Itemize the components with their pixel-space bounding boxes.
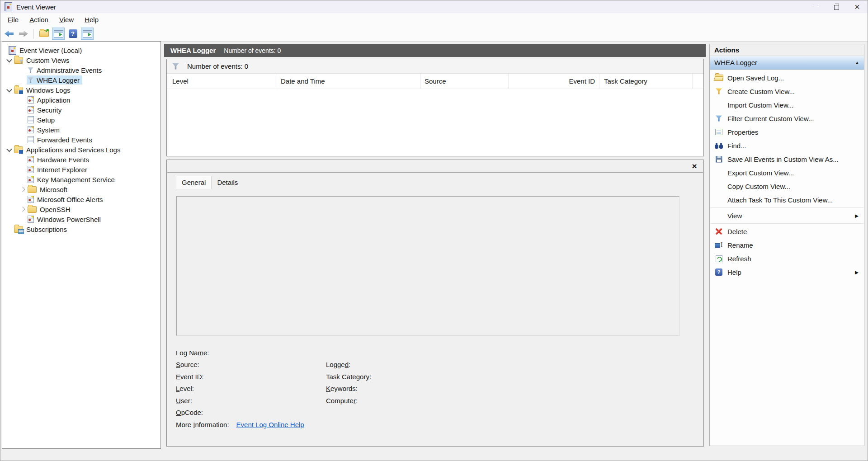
actions-separator (710, 207, 863, 208)
field-label-log-name: Log Name: (176, 349, 326, 357)
tree-item-forwarded-events[interactable]: Forwarded Events (2, 135, 160, 145)
actions-group-header[interactable]: WHEA Logger (710, 56, 864, 70)
column-header-filler (693, 74, 703, 89)
floppy-disk-icon (714, 155, 724, 164)
event-table-header: Level Date and Time Source Event ID Task… (167, 74, 703, 89)
menu-action[interactable]: Action (24, 14, 54, 25)
menu-help[interactable]: Help (79, 14, 104, 25)
tree-item-windows-powershell[interactable]: Windows PowerShell (2, 214, 160, 224)
log-icon (28, 196, 34, 203)
rename-icon (714, 240, 724, 249)
expander-open-icon[interactable] (5, 86, 13, 94)
tree-item-windows-logs[interactable]: Windows Logs (2, 85, 160, 95)
field-label-keywords: Keywords: (326, 385, 358, 392)
expander-closed-icon[interactable] (19, 205, 27, 213)
tree-item-custom-views[interactable]: Custom Views (2, 55, 160, 65)
field-label-computer: Computer: (326, 397, 358, 405)
action-pane-toggle-button[interactable] (81, 28, 94, 40)
log-icon (28, 216, 34, 223)
tree-item-subscriptions[interactable]: Subscriptions (2, 224, 160, 234)
minimize-icon (813, 7, 818, 7)
tree-item-whea-logger[interactable]: WHEA Logger (2, 75, 160, 85)
column-header-date-and-time[interactable]: Date and Time (277, 74, 421, 89)
action-filter-current-custom-view[interactable]: Filter Current Custom View... (710, 112, 864, 125)
help-toolbar-button[interactable] (66, 28, 79, 40)
field-label-task-category: Task Category: (326, 373, 371, 381)
action-copy-custom-view[interactable]: Copy Custom View... (710, 179, 864, 193)
actions-pane: Actions WHEA Logger Open Saved Log... Cr… (709, 44, 864, 446)
console-tree-toggle-button[interactable] (52, 28, 65, 40)
tree-item-microsoft[interactable]: Microsoft (2, 184, 160, 194)
close-button[interactable] (847, 0, 868, 13)
field-label-user: User: (176, 397, 326, 405)
filter-summary-row[interactable]: Number of events: 0 (167, 59, 703, 74)
log-icon (28, 156, 34, 163)
menu-view[interactable]: View (54, 14, 79, 25)
expander-open-icon[interactable] (5, 56, 13, 64)
action-import-custom-view[interactable]: Import Custom View... (710, 98, 864, 112)
tree-item-event-viewer-local[interactable]: Event Viewer (Local) (2, 45, 160, 55)
log-icon (28, 96, 34, 103)
tree-item-key-management-service[interactable]: Key Management Service (2, 174, 160, 184)
tab-general[interactable]: General (176, 176, 212, 189)
close-preview-icon[interactable] (689, 161, 699, 171)
console-window-icon (54, 30, 63, 38)
tree-item-administrative-events[interactable]: Administrative Events (2, 65, 160, 75)
tree-item-internet-explorer[interactable]: Internet Explorer (2, 165, 160, 174)
funnel-yellow-icon (714, 87, 724, 96)
tree-item-application[interactable]: Application (2, 95, 160, 105)
minimize-button[interactable] (805, 0, 826, 13)
event-description-box (176, 196, 679, 336)
tree-item-applications-and-services-logs[interactable]: Applications and Services Logs (2, 145, 160, 155)
restore-icon (834, 5, 839, 10)
refresh-icon (714, 254, 724, 263)
tab-details[interactable]: Details (212, 176, 243, 189)
action-attach-task-to-custom-view[interactable]: Attach Task To This Custom View... (710, 193, 864, 207)
expander-closed-icon[interactable] (19, 185, 27, 193)
services-logs-folder-icon (14, 146, 23, 153)
tree-item-hardware-events[interactable]: Hardware Events (2, 155, 160, 165)
collapse-group-icon[interactable] (855, 60, 859, 65)
log-icon (28, 176, 34, 183)
delete-x-icon (714, 227, 724, 236)
action-open-saved-log[interactable]: Open Saved Log... (710, 71, 864, 85)
tree-item-security[interactable]: Security (2, 105, 160, 115)
action-find[interactable]: Find... (710, 139, 864, 152)
action-save-all-events[interactable]: Save All Events in Custom View As... (710, 152, 864, 166)
column-header-event-id[interactable]: Event ID (509, 74, 599, 89)
column-header-task-category[interactable]: Task Category (599, 74, 693, 89)
action-rename[interactable]: Rename (710, 238, 864, 252)
tree-item-openssh[interactable]: OpenSSH (2, 204, 160, 214)
restore-button[interactable] (826, 0, 847, 13)
menu-file[interactable]: File (2, 14, 24, 25)
event-log-online-help-link[interactable]: Event Log Online Help (236, 421, 304, 428)
tree-item-setup[interactable]: Setup (2, 115, 160, 125)
log-icon (28, 126, 34, 133)
funnel-blue-icon (714, 114, 724, 123)
folder-icon (28, 206, 37, 213)
column-header-level[interactable]: Level (167, 74, 277, 89)
details-tabs: General Details (176, 176, 703, 189)
action-properties[interactable]: Properties (710, 125, 864, 139)
submenu-arrow-icon (855, 270, 859, 275)
action-help[interactable]: Help (710, 265, 864, 279)
action-view[interactable]: View (710, 209, 864, 222)
actions-pane-title: Actions (710, 44, 864, 56)
field-label-source: Source: (176, 361, 326, 368)
event-list: Number of events: 0 Level Date and Time … (166, 59, 704, 156)
action-create-custom-view[interactable]: Create Custom View... (710, 85, 864, 98)
expander-open-icon[interactable] (5, 146, 13, 154)
column-header-source[interactable]: Source (421, 74, 509, 89)
action-delete[interactable]: Delete (710, 225, 864, 238)
back-button[interactable] (3, 28, 15, 40)
back-icon (5, 31, 14, 37)
show-hide-console-tree-button[interactable] (38, 28, 50, 40)
folder-icon (28, 186, 37, 193)
tree-item-system[interactable]: System (2, 125, 160, 135)
action-refresh[interactable]: Refresh (710, 252, 864, 265)
forward-button[interactable] (17, 28, 30, 40)
window-title: Event Viewer (16, 3, 56, 11)
action-export-custom-view[interactable]: Export Custom View... (710, 166, 864, 179)
preview-details-pane: General Details Log Name: Source: Logged… (166, 160, 704, 447)
tree-item-microsoft-office-alerts[interactable]: Microsoft Office Alerts (2, 194, 160, 204)
